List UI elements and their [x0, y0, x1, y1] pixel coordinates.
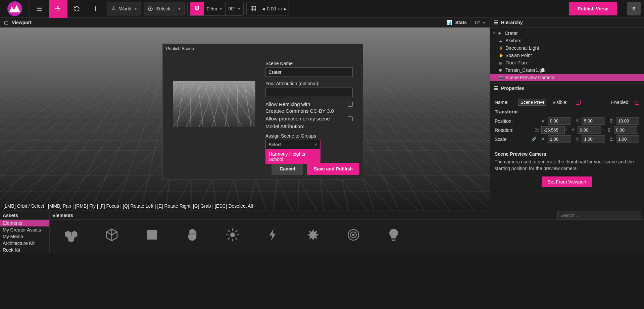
- position-label: Position:: [495, 118, 528, 124]
- element-cubes-icon[interactable]: [63, 226, 80, 243]
- tree-label: Floor Plan: [505, 60, 527, 65]
- allow-promo-checkbox[interactable]: [348, 116, 353, 121]
- help-text: The camera used to generate the thumbnai…: [495, 159, 639, 172]
- scale-label: Scale:: [495, 137, 527, 142]
- elements-title: Elements: [52, 213, 73, 218]
- hierarchy-tree: ▼ ⊕ Crater ☁Skybox ⚡Directional Light ✋S…: [490, 28, 644, 83]
- axis-y: Y:: [576, 137, 580, 142]
- element-sun-icon[interactable]: [224, 226, 241, 243]
- element-plane-icon[interactable]: [144, 226, 160, 243]
- rotate-tool-button[interactable]: [67, 0, 86, 18]
- assets-item-rock[interactable]: Rock Kit: [0, 247, 49, 253]
- degree-icon: °: [565, 128, 567, 132]
- viewport-title: Viewport: [12, 20, 32, 25]
- rotation-z-input[interactable]: [614, 126, 637, 134]
- grid-toggle-button[interactable]: [247, 2, 260, 15]
- element-cube-icon[interactable]: [103, 226, 120, 243]
- cancel-button[interactable]: Cancel: [271, 163, 303, 175]
- position-y-input[interactable]: [582, 117, 605, 125]
- position-x-input[interactable]: [548, 117, 571, 125]
- set-from-viewport-button[interactable]: Set From Viewport: [542, 176, 593, 187]
- tree-item-skybox[interactable]: ☁Skybox: [490, 37, 644, 44]
- coord-space-label: World: [119, 6, 131, 11]
- help-title: Scene Preview Camera: [495, 151, 639, 157]
- rotation-label: Rotation:: [495, 127, 528, 133]
- svg-point-3: [230, 233, 235, 237]
- assets-tab[interactable]: Assets: [0, 211, 49, 220]
- visible-checkbox[interactable]: [576, 100, 581, 105]
- scene-name-label: Scene Name: [265, 61, 353, 66]
- rotation-x-input[interactable]: [541, 126, 565, 134]
- visible-label: Visible:: [552, 100, 573, 105]
- allow-remix-label: Allow Remixing withCreative Commons CC-B…: [265, 101, 345, 114]
- render-mode-select[interactable]: Lit ▼: [475, 20, 486, 25]
- elements-search-input[interactable]: [557, 211, 641, 219]
- publish-verse-button[interactable]: Publish Verse: [569, 2, 617, 15]
- save-publish-button[interactable]: Save and Publish: [307, 163, 359, 175]
- element-target-icon[interactable]: [345, 226, 362, 243]
- rotation-y-input[interactable]: [578, 126, 601, 134]
- allow-promo-label: Allow promotion of my scene: [265, 115, 345, 122]
- element-bolt-icon[interactable]: [264, 226, 281, 243]
- tree-caret-icon[interactable]: ▼: [493, 32, 496, 35]
- link-icon[interactable]: 🔗: [531, 137, 536, 142]
- assets-item-architecture[interactable]: Architecture Kit: [0, 240, 49, 247]
- svg-point-1: [150, 8, 151, 10]
- scale-z-input[interactable]: [616, 135, 639, 143]
- tree-item-terrain[interactable]: ⬢Terrain_Crater1.glb: [490, 66, 644, 74]
- svg-rect-2: [147, 230, 157, 240]
- position-z-input[interactable]: [616, 117, 639, 125]
- stats-icon: 📊: [446, 20, 452, 25]
- allow-remix-checkbox[interactable]: [348, 102, 353, 107]
- tree-label: Spawn Point: [505, 53, 532, 58]
- axis-y: Y:: [572, 127, 576, 133]
- tree-root[interactable]: ▼ ⊕ Crater: [490, 30, 644, 37]
- tree-item-camera[interactable]: 📷Scene Preview Camera: [490, 74, 644, 81]
- group-option[interactable]: Harmony Heights School: [265, 149, 320, 164]
- grid-value: 0.00: [267, 6, 276, 11]
- tree-label: Skybox: [505, 38, 521, 43]
- scale-y-input[interactable]: [582, 135, 605, 143]
- axis-x: X:: [542, 118, 546, 123]
- groups-select[interactable]: Select... ▼: [265, 140, 320, 149]
- assets-item-media[interactable]: My Media: [0, 233, 49, 240]
- axis-x: X:: [542, 137, 546, 142]
- camera-icon: 📷: [499, 75, 503, 80]
- enabled-checkbox[interactable]: [635, 100, 639, 105]
- axis-y: Y:: [576, 118, 580, 123]
- assets-item-elements[interactable]: Elements: [0, 220, 49, 226]
- tree-label: Directional Light: [505, 45, 539, 51]
- caret-down-icon: ▼: [219, 7, 222, 11]
- coord-space-select[interactable]: World ▼: [107, 2, 141, 15]
- snap-toggle-button[interactable]: [190, 2, 204, 15]
- element-hand-icon[interactable]: [184, 226, 201, 243]
- stats-toggle[interactable]: Stats: [455, 20, 467, 25]
- snap-move-select[interactable]: 0.5m▼: [204, 2, 225, 15]
- tree-item-light[interactable]: ⚡Directional Light: [490, 44, 644, 52]
- model-attribution-label: Model Attribution:: [265, 123, 353, 129]
- scale-x-input[interactable]: [548, 135, 571, 143]
- cloud-icon: ☁: [499, 39, 503, 43]
- pivot-select[interactable]: Selecti… ▼: [144, 2, 185, 15]
- properties-icon: ☰: [494, 86, 498, 91]
- menu-button[interactable]: [30, 0, 49, 18]
- grid-increment-button[interactable]: ▶: [284, 7, 287, 11]
- snap-rotate-select[interactable]: 90°▼: [225, 2, 243, 15]
- scale-tool-button[interactable]: [86, 0, 105, 18]
- element-bulb-icon[interactable]: [385, 226, 402, 243]
- caret-down-icon: ▼: [314, 143, 317, 146]
- properties-title: Properties: [501, 86, 524, 91]
- user-avatar-button[interactable]: S: [627, 2, 641, 15]
- move-tool-button[interactable]: [49, 0, 67, 18]
- tree-item-spawn[interactable]: ✋Spawn Point: [490, 52, 644, 59]
- element-burst-icon[interactable]: [305, 226, 321, 243]
- attribution-input[interactable]: [265, 88, 353, 97]
- app-logo[interactable]: [7, 1, 22, 16]
- axis-z: Z:: [610, 118, 614, 123]
- scene-name-input[interactable]: [265, 67, 353, 77]
- assign-groups-label: Assign Scene to Groups: [265, 133, 353, 139]
- name-input[interactable]: [518, 99, 546, 106]
- assets-item-creator[interactable]: My Creator Assets: [0, 226, 49, 233]
- tree-item-floorplan[interactable]: ▦Floor Plan: [490, 59, 644, 66]
- grid-decrement-button[interactable]: ◀: [262, 7, 265, 11]
